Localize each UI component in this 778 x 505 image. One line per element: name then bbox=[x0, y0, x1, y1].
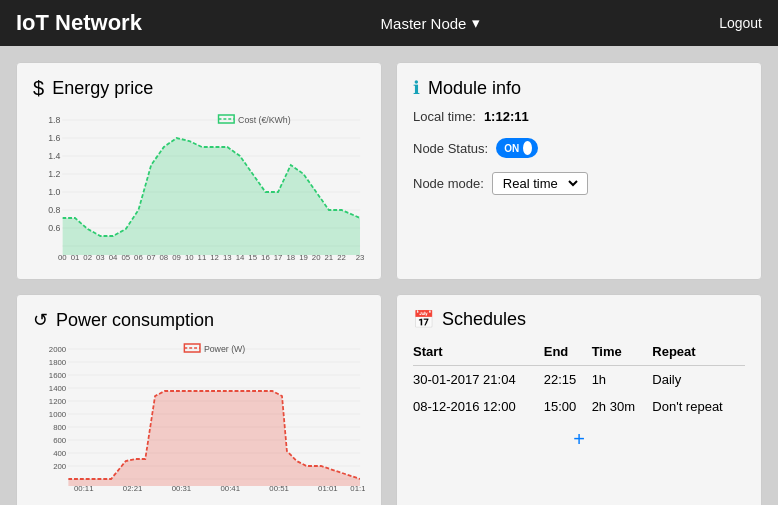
svg-text:00: 00 bbox=[58, 253, 67, 262]
cell-time: 2h 30m bbox=[592, 393, 653, 420]
main-content: $ Energy price 1.8 1.6 1.4 1.2 1.0 0.8 bbox=[0, 46, 778, 505]
svg-text:02:21: 02:21 bbox=[123, 484, 143, 493]
power-consumption-title: ↺ Power consumption bbox=[33, 309, 365, 331]
node-status-row: Node Status: ON bbox=[413, 138, 745, 158]
node-mode-label: Node mode: bbox=[413, 176, 484, 191]
svg-text:1.6: 1.6 bbox=[48, 133, 60, 143]
schedules-table: Start End Time Repeat 30-01-2017 21:0422… bbox=[413, 340, 745, 420]
energy-chart: 1.8 1.6 1.4 1.2 1.0 0.8 0.6 Cost (€/KWh) bbox=[33, 110, 365, 265]
svg-text:11: 11 bbox=[198, 253, 207, 262]
cell-start: 30-01-2017 21:04 bbox=[413, 366, 544, 394]
app-title: IoT Network bbox=[16, 10, 142, 36]
svg-text:05: 05 bbox=[121, 253, 130, 262]
module-info-card: ℹ Module info Local time: 1:12:11 Node S… bbox=[396, 62, 762, 280]
col-time: Time bbox=[592, 340, 653, 366]
toggle-on-label: ON bbox=[504, 143, 519, 154]
svg-marker-69 bbox=[68, 391, 360, 486]
module-info-title: ℹ Module info bbox=[413, 77, 745, 99]
power-chart: 2000 1800 1600 1400 1200 1000 800 600 40… bbox=[33, 341, 365, 496]
logout-button[interactable]: Logout bbox=[719, 15, 762, 31]
schedules-card: 📅 Schedules Start End Time Repeat 30-01-… bbox=[396, 294, 762, 505]
svg-text:200: 200 bbox=[53, 462, 67, 471]
svg-text:Power (W): Power (W) bbox=[204, 344, 245, 354]
svg-text:14: 14 bbox=[236, 253, 245, 262]
navbar: IoT Network Master Node ▾ Logout bbox=[0, 0, 778, 46]
svg-text:09: 09 bbox=[172, 253, 181, 262]
svg-text:2000: 2000 bbox=[49, 345, 67, 354]
svg-text:00:31: 00:31 bbox=[172, 484, 192, 493]
master-node-label: Master Node bbox=[381, 15, 467, 32]
calendar-icon: 📅 bbox=[413, 309, 434, 330]
table-row: 30-01-2017 21:0422:151hDaily bbox=[413, 366, 745, 394]
add-schedule-button[interactable]: + bbox=[413, 428, 745, 451]
cell-time: 1h bbox=[592, 366, 653, 394]
schedules-title: 📅 Schedules bbox=[413, 309, 745, 330]
svg-text:600: 600 bbox=[53, 436, 67, 445]
dollar-icon: $ bbox=[33, 77, 44, 100]
svg-marker-19 bbox=[62, 138, 360, 255]
cell-repeat: Daily bbox=[652, 366, 745, 394]
svg-text:00:51: 00:51 bbox=[269, 484, 289, 493]
svg-text:10: 10 bbox=[185, 253, 194, 262]
svg-text:21: 21 bbox=[325, 253, 334, 262]
svg-text:23: 23 bbox=[356, 253, 365, 262]
svg-text:02: 02 bbox=[83, 253, 92, 262]
cell-repeat: Don't repeat bbox=[652, 393, 745, 420]
svg-text:12: 12 bbox=[210, 253, 219, 262]
master-node-dropdown[interactable]: Master Node ▾ bbox=[381, 14, 481, 32]
svg-text:20: 20 bbox=[312, 253, 321, 262]
svg-text:1000: 1000 bbox=[49, 410, 67, 419]
svg-text:04: 04 bbox=[109, 253, 118, 262]
svg-text:Cost (€/KWh): Cost (€/KWh) bbox=[238, 115, 291, 125]
svg-text:0.8: 0.8 bbox=[48, 205, 60, 215]
refresh-icon: ↺ bbox=[33, 309, 48, 331]
energy-price-card: $ Energy price 1.8 1.6 1.4 1.2 1.0 0.8 bbox=[16, 62, 382, 280]
svg-text:1.4: 1.4 bbox=[48, 151, 60, 161]
svg-text:18: 18 bbox=[286, 253, 295, 262]
node-mode-select-wrapper[interactable]: Real time Scheduled Manual bbox=[492, 172, 588, 195]
svg-text:1.8: 1.8 bbox=[48, 115, 60, 125]
cell-end: 15:00 bbox=[544, 393, 592, 420]
node-status-toggle[interactable]: ON bbox=[496, 138, 538, 158]
cell-end: 22:15 bbox=[544, 366, 592, 394]
local-time-row: Local time: 1:12:11 bbox=[413, 109, 745, 124]
local-time-label: Local time: bbox=[413, 109, 476, 124]
svg-text:01:11: 01:11 bbox=[350, 484, 365, 493]
svg-text:1.2: 1.2 bbox=[48, 169, 60, 179]
node-mode-select[interactable]: Real time Scheduled Manual bbox=[499, 175, 581, 192]
svg-text:16: 16 bbox=[261, 253, 270, 262]
table-row: 08-12-2016 12:0015:002h 30mDon't repeat bbox=[413, 393, 745, 420]
col-start: Start bbox=[413, 340, 544, 366]
svg-text:17: 17 bbox=[274, 253, 283, 262]
local-time-value: 1:12:11 bbox=[484, 109, 529, 124]
svg-text:1.0: 1.0 bbox=[48, 187, 60, 197]
svg-text:07: 07 bbox=[147, 253, 156, 262]
node-status-label: Node Status: bbox=[413, 141, 488, 156]
svg-text:00:41: 00:41 bbox=[220, 484, 240, 493]
svg-text:0.6: 0.6 bbox=[48, 223, 60, 233]
svg-text:03: 03 bbox=[96, 253, 105, 262]
energy-price-title: $ Energy price bbox=[33, 77, 365, 100]
svg-text:1600: 1600 bbox=[49, 371, 67, 380]
svg-text:22: 22 bbox=[337, 253, 346, 262]
svg-text:1400: 1400 bbox=[49, 384, 67, 393]
svg-text:01: 01 bbox=[71, 253, 80, 262]
info-icon: ℹ bbox=[413, 77, 420, 99]
svg-text:400: 400 bbox=[53, 449, 67, 458]
svg-text:00:11: 00:11 bbox=[74, 484, 94, 493]
svg-text:01:01: 01:01 bbox=[318, 484, 338, 493]
svg-text:13: 13 bbox=[223, 253, 232, 262]
chevron-down-icon: ▾ bbox=[472, 14, 480, 32]
svg-text:15: 15 bbox=[248, 253, 257, 262]
toggle-knob bbox=[523, 141, 532, 155]
svg-text:06: 06 bbox=[134, 253, 143, 262]
svg-text:1200: 1200 bbox=[49, 397, 67, 406]
node-mode-row: Node mode: Real time Scheduled Manual bbox=[413, 172, 745, 195]
col-repeat: Repeat bbox=[652, 340, 745, 366]
col-end: End bbox=[544, 340, 592, 366]
svg-text:800: 800 bbox=[53, 423, 67, 432]
power-consumption-card: ↺ Power consumption 2000 1800 1600 bbox=[16, 294, 382, 505]
svg-text:19: 19 bbox=[299, 253, 308, 262]
svg-text:1800: 1800 bbox=[49, 358, 67, 367]
svg-text:08: 08 bbox=[160, 253, 169, 262]
